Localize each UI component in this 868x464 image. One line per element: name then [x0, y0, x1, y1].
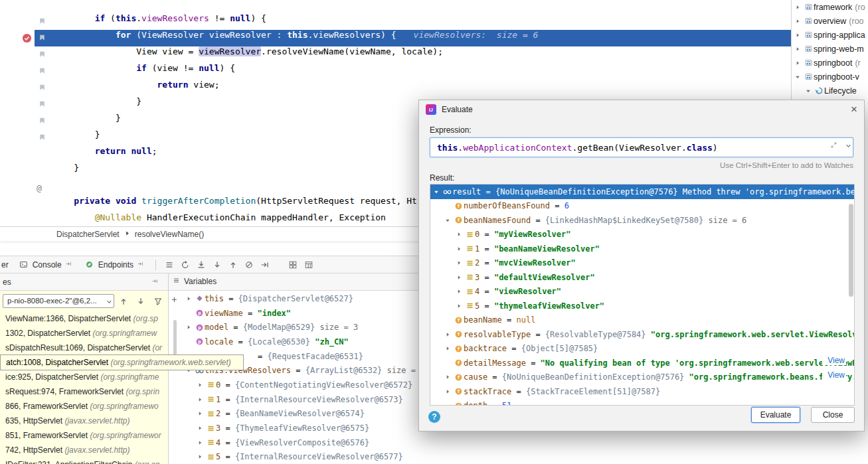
frame-row[interactable]: IDoFilter:231, ApplicationFilterChain (o… [0, 457, 168, 464]
chevron-right-icon[interactable] [197, 410, 205, 417]
scrollbar-thumb[interactable] [849, 204, 853, 297]
chevron-right-icon[interactable] [456, 260, 464, 266]
jump-to-icon[interactable] [65, 260, 72, 270]
arrow-up-icon[interactable] [225, 258, 241, 271]
bookmark-flag-icon[interactable] [38, 50, 46, 59]
filter-icon[interactable] [150, 295, 166, 308]
hamburger-icon[interactable] [161, 258, 177, 271]
chevron-down-icon[interactable] [794, 74, 803, 80]
execution-line[interactable]: for (ViewResolver viewResolver : this.vi… [0, 30, 791, 46]
project-tree-item[interactable]: overview(roo [792, 14, 868, 28]
bookmark-flag-icon[interactable] [38, 34, 46, 42]
grid-icon[interactable] [285, 258, 301, 271]
project-tree-item[interactable]: Lifecycle [792, 84, 868, 98]
mute-icon[interactable] [241, 258, 257, 271]
result-tree-row[interactable]: result = {NoUniqueBeanDefinitionExceptio… [430, 185, 854, 199]
bookmark-flag-icon[interactable] [38, 17, 46, 26]
frame-row[interactable]: ViewName:1366, DispatcherServlet (org.sp [0, 311, 168, 326]
frame-row[interactable]: 1302, DispatcherServlet (org.springframe… [0, 326, 168, 341]
evaluate-button[interactable]: Evaluate [751, 407, 800, 423]
chevron-right-icon[interactable] [197, 396, 205, 403]
project-tree-item[interactable]: springboot-v [792, 70, 868, 84]
layout-options-icon[interactable] [173, 277, 180, 286]
expression-input[interactable]: this.webApplicationContext.getBean(ViewR… [430, 137, 853, 157]
chevron-down-icon[interactable] [444, 217, 453, 224]
variable-row[interactable]: 5 = {InternalResourceViewResolver@6577} [183, 450, 555, 464]
project-tree-item[interactable]: springboot(r [792, 56, 868, 70]
table-icon[interactable] [301, 258, 317, 271]
chevron-right-icon[interactable] [456, 274, 464, 281]
thread-selector[interactable]: p-nio-8080-exec-2"@6,2... [3, 294, 114, 308]
result-tree-row[interactable]: fdetailMessage = "No qualifying bean of … [430, 356, 854, 370]
result-tree-row[interactable]: 0 = "myViewResolver" [430, 228, 854, 242]
chevron-right-icon[interactable] [197, 382, 205, 388]
frame-row[interactable]: 866, FrameworkServlet (org.springframewo [0, 399, 168, 414]
result-tree-row[interactable]: 2 = "mvcViewResolver" [430, 256, 854, 271]
result-tree-row[interactable]: fdepth = 51 [430, 399, 854, 406]
chevron-down-icon[interactable] [433, 189, 442, 195]
download-icon[interactable] [193, 258, 209, 271]
frame-row[interactable]: sRequest:974, FrameworkServlet (org.spri… [0, 384, 168, 399]
result-tree-row[interactable]: 3 = "defaultViewResolver" [430, 270, 854, 285]
close-button[interactable]: Close [811, 407, 855, 423]
result-tree-row[interactable]: fcause = {NoUniqueBeanDefinitionExceptio… [430, 370, 854, 385]
bookmark-flag-icon[interactable] [38, 100, 46, 109]
chevron-right-icon[interactable] [456, 246, 464, 252]
close-icon[interactable]: × [851, 102, 857, 117]
jump-to-icon[interactable] [137, 260, 144, 270]
result-tree-row[interactable]: fresolvableType = {ResolvableType@7584} … [430, 327, 854, 342]
bookmark-flag-icon[interactable] [38, 67, 46, 76]
frame-row[interactable]: 635, HttpServlet (javax.servlet.http) [0, 414, 168, 428]
chevron-down-icon[interactable] [845, 142, 852, 151]
add-watch-icon[interactable] [171, 296, 178, 305]
chevron-right-icon[interactable] [444, 374, 453, 380]
chevron-right-icon[interactable] [794, 18, 803, 25]
view-link[interactable]: View [822, 356, 846, 365]
variable-row[interactable]: 4 = {ViewResolverComposite@6576} [183, 435, 555, 450]
chevron-right-icon[interactable] [444, 388, 453, 395]
result-tree-row[interactable]: fbeanName = null [430, 313, 854, 328]
chevron-right-icon[interactable] [794, 4, 803, 11]
bookmark-flag-icon[interactable] [38, 117, 46, 125]
breadcrumb-class[interactable]: DispatcherServlet [56, 230, 120, 239]
view-link[interactable]: View [822, 370, 846, 380]
frame-row[interactable]: 742, HttpServlet (javax.servlet.http) [0, 443, 168, 457]
chevron-down-icon[interactable] [805, 88, 814, 94]
chevron-right-icon[interactable] [444, 345, 453, 352]
chevron-right-icon[interactable] [794, 60, 803, 66]
pin-icon[interactable] [151, 277, 159, 287]
tab-endpoints[interactable]: Endpoints [78, 256, 150, 273]
frame-tooltip[interactable]: atch:1008, DispatcherServlet (org.spring… [0, 354, 244, 370]
chevron-right-icon[interactable] [456, 288, 464, 295]
scrollbar-thumb[interactable] [173, 320, 177, 357]
project-tree-item[interactable]: spring-applica [792, 28, 868, 42]
code-line[interactable]: if (view != null) { [0, 63, 791, 80]
result-tree-row[interactable]: 4 = "viewResolver" [430, 285, 854, 299]
bookmark-flag-icon[interactable] [38, 84, 46, 92]
result-tree-row[interactable]: fnumberOfBeansFound = 6 [430, 199, 854, 214]
chevron-right-icon[interactable] [197, 439, 205, 446]
chevron-right-icon[interactable] [794, 46, 803, 52]
chevron-right-icon[interactable] [456, 231, 464, 238]
arrow-down-icon[interactable] [209, 258, 225, 271]
breadcrumb-method[interactable]: resolveViewName() [135, 230, 204, 239]
dialog-titlebar[interactable]: IJ Evaluate × [419, 100, 864, 119]
breakpoint-hit-icon[interactable] [22, 33, 32, 43]
result-tree-row[interactable]: 5 = "thymeleafViewResolver" [430, 299, 854, 313]
code-line[interactable]: return view; [0, 80, 791, 96]
tab-console[interactable]: Console [13, 256, 78, 273]
chevron-right-icon[interactable] [197, 453, 205, 460]
previous-frame-button[interactable] [116, 295, 131, 308]
frame-row[interactable]: sDispatchResult:1069, DispatcherServlet … [0, 341, 168, 355]
result-tree-row[interactable]: fstackTrace = {StackTraceElement[51]@758… [430, 384, 854, 399]
result-tree-row[interactable]: 1 = "beanNameViewResolver" [430, 242, 854, 256]
project-tree-item[interactable]: framework(ro [792, 0, 868, 14]
result-tree-row[interactable]: fbeanNamesFound = {LinkedHashMap$LinkedK… [430, 213, 854, 228]
frame-row[interactable]: 851, FrameworkServlet (org.springframewo… [0, 428, 168, 443]
next-frame-button[interactable] [133, 295, 149, 308]
chevron-right-icon[interactable] [794, 32, 803, 39]
rerun-icon[interactable] [177, 258, 193, 271]
code-line[interactable]: View view = viewResolver.resolveViewName… [0, 46, 791, 63]
result-tree-row[interactable]: fbacktrace = {Object[5]@7585} [430, 342, 854, 356]
help-icon[interactable]: ? [428, 411, 440, 423]
